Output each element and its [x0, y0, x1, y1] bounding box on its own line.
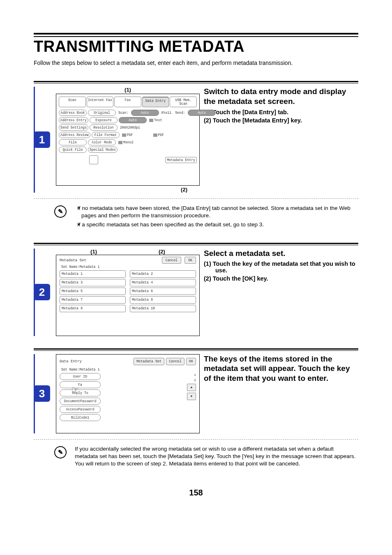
scan-auto-pill[interactable]: Auto — [131, 110, 159, 116]
address-review-button[interactable]: Address Review — [59, 132, 90, 138]
page-number: 158 — [34, 488, 358, 497]
step-accent-bar — [34, 87, 35, 193]
step-2-sub-1: (1) Touch the key of the metadata set th… — [204, 260, 358, 274]
screenshot-step-2: Metadata Set Cancel OK Set Name:Metadata… — [56, 255, 200, 336]
step-1-sub-1: (1) Touch the [Data Entry] tab. — [204, 109, 358, 115]
step-2-title: Select a metadata set. — [204, 249, 358, 258]
item-user-id[interactable]: User ID — [60, 373, 101, 380]
tab-internet-fax[interactable]: Internet Fax — [87, 97, 114, 107]
step-1-title: Switch to data entry mode and display th… — [204, 87, 358, 106]
metadata-entry-button[interactable]: Metadata Entry — [165, 157, 197, 163]
step-1-sub-2: (2) Touch the [Metadata Entry] key. — [204, 117, 358, 124]
pdf-icon-2 — [153, 134, 157, 137]
send-settings-button[interactable]: Send Settings — [59, 124, 88, 131]
step-3-badge: 3 — [34, 385, 50, 402]
special-modes-button[interactable]: Special Modes — [88, 147, 118, 153]
step-accent-bar — [34, 354, 35, 433]
pointer-hand-icon: ☞ — [72, 383, 85, 396]
exposure-auto-pill[interactable]: Auto — [119, 117, 147, 123]
tab-data-entry[interactable]: Data Entry — [142, 97, 169, 107]
page-indicator-2: 2 — [194, 378, 196, 382]
s2-set-name: Set Name:Metadata 1 — [61, 265, 196, 269]
step-3: 3 Data Entry Metadata Set Cancel OK Set … — [34, 348, 358, 468]
metadata-set-4[interactable]: Metadata 4 — [130, 279, 196, 286]
send-auto-pill[interactable]: Auto — [188, 110, 216, 116]
exposure-button[interactable]: Exposure — [90, 117, 118, 123]
step-1-note: If no metadata sets have been stored, th… — [75, 205, 358, 230]
tab-fax[interactable]: Fax — [114, 97, 141, 107]
scroll-up-button[interactable]: ▲ — [187, 384, 196, 391]
resolution-button[interactable]: Resolution — [90, 124, 118, 131]
tab-scan[interactable]: Scan — [59, 97, 86, 107]
cancel-button[interactable]: Cancel — [162, 257, 181, 264]
callout-s2-2: (2) — [159, 249, 165, 255]
file-format-pdf-2: PDF — [158, 133, 164, 137]
metadata-set-5[interactable]: Metadata 5 — [60, 288, 126, 295]
address-book-button[interactable]: Address Book — [59, 110, 87, 116]
page-indicator-1: 1 — [194, 373, 196, 377]
original-button[interactable]: Original — [88, 110, 116, 116]
intro-text: Follow the steps below to select a metad… — [34, 60, 358, 66]
metadata-set-8[interactable]: Metadata 8 — [130, 296, 196, 304]
step-1-note-b: If a specific metadata set has been spec… — [81, 221, 358, 228]
step-2-badge: 2 — [34, 284, 50, 300]
send-label: Send: — [174, 110, 187, 115]
color-mode-value: Mono2 — [123, 140, 134, 144]
metadata-set-2[interactable]: Metadata 2 — [130, 270, 196, 278]
exposure-text-value: Text — [154, 118, 162, 122]
step-accent-bar — [34, 249, 35, 336]
callout-1-marker: (1) — [56, 87, 200, 93]
orig-size-value: 8½x11 — [160, 110, 173, 115]
color-mode-button[interactable]: Color Mode — [88, 139, 116, 145]
step-1: 1 (1) Scan Internet Fax Fax Data Entry U… — [34, 81, 358, 230]
step-3-note: If you accidentally selected the wrong m… — [75, 445, 358, 468]
pdf-icon-1 — [122, 134, 126, 137]
s3-set-name: Set Name:Metadata 1 — [61, 368, 196, 371]
step-3-title: The keys of the items stored in the meta… — [204, 354, 358, 383]
metadata-set-7[interactable]: Metadata 7 — [60, 296, 126, 304]
address-entry-button[interactable]: Address Entry — [59, 117, 88, 123]
scan-label: Scan: — [117, 110, 130, 115]
step-rule-thick — [34, 81, 358, 82]
step-rule-thin — [34, 83, 358, 83]
s2-header-title: Metadata Set — [60, 258, 86, 263]
cancel-button[interactable]: Cancel — [166, 358, 184, 365]
metadata-set-3[interactable]: Metadata 3 — [60, 279, 126, 286]
file-format-pdf-1: PDF — [127, 133, 133, 137]
ok-button[interactable]: OK — [184, 257, 196, 264]
metadata-set-9[interactable]: Metadata 9 — [60, 305, 126, 312]
callout-2-marker: (2) — [56, 187, 200, 193]
callout-s2-1: (1) — [90, 249, 97, 255]
file-button[interactable]: File — [59, 139, 87, 145]
metadata-set-6[interactable]: Metadata 6 — [130, 288, 196, 295]
dashed-separator — [34, 439, 358, 440]
heading-rule-thick — [34, 33, 358, 37]
page-title: TRANSMITTING METADATA — [34, 38, 358, 55]
step-2-sub-2: (2) Touch the [OK] key. — [204, 275, 358, 282]
ok-button[interactable]: OK — [186, 358, 196, 365]
text-icon — [149, 119, 153, 122]
item-document-password[interactable]: DocumentPassword — [60, 398, 101, 405]
step-rule-thin — [34, 245, 358, 245]
mono-icon — [118, 141, 122, 144]
item-access-password[interactable]: AccessPassword — [60, 406, 101, 413]
metadata-set-1[interactable]: Metadata 1 — [60, 270, 126, 278]
step-2: 2 (1) (2) Metadata Set Cancel OK — [34, 243, 358, 336]
step-1-badge: 1 — [34, 131, 50, 148]
file-format-button[interactable]: File Format — [92, 132, 120, 138]
preview-icon[interactable] — [89, 155, 98, 164]
s3-header-title: Data Entry — [60, 359, 82, 364]
step-1-note-a: If no metadata sets have been stored, th… — [81, 205, 358, 219]
step-rule-thick — [34, 348, 358, 350]
metadata-set-button[interactable]: Metadata Set — [134, 358, 164, 365]
scroll-down-button[interactable]: ▼ — [187, 393, 196, 400]
item-billcode1[interactable]: BillCode1 — [60, 414, 101, 421]
resolution-value: 200X200dpi — [119, 125, 141, 130]
tab-usb-mem-scan[interactable]: USB Mem. Scan — [170, 97, 197, 107]
step-rule-thick — [34, 243, 358, 244]
screenshot-step-3: Data Entry Metadata Set Cancel OK Set Na… — [56, 354, 200, 433]
screenshot-step-1: Scan Internet Fax Fax Data Entry USB Mem… — [56, 94, 200, 186]
dashed-separator — [34, 198, 358, 199]
quick-file-button[interactable]: Quick File — [59, 147, 87, 153]
metadata-set-10[interactable]: Metadata 10 — [130, 305, 196, 312]
